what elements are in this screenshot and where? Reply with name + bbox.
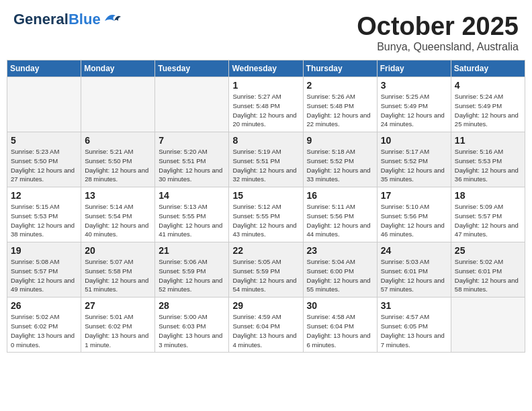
day-info: Sunrise: 5:12 AM Sunset: 5:55 PM Dayligh… [232,202,300,239]
weekday-header-tuesday: Tuesday [155,60,229,77]
day-info: Sunrise: 5:05 AM Sunset: 5:59 PM Dayligh… [232,257,300,294]
day-number: 21 [159,245,226,256]
day-number: 26 [11,300,78,311]
day-info: Sunrise: 5:04 AM Sunset: 6:00 PM Dayligh… [307,257,374,294]
calendar-cell: 31Sunrise: 4:57 AM Sunset: 6:05 PM Dayli… [377,298,451,353]
calendar-week-row: 5Sunrise: 5:23 AM Sunset: 5:50 PM Daylig… [7,132,525,187]
calendar-cell: 20Sunrise: 5:07 AM Sunset: 5:58 PM Dayli… [81,242,155,298]
day-number: 20 [85,245,152,256]
day-number: 15 [232,190,300,201]
calendar-cell: 17Sunrise: 5:10 AM Sunset: 5:56 PM Dayli… [377,187,451,242]
day-number: 5 [11,135,78,146]
calendar-cell: 8Sunrise: 5:19 AM Sunset: 5:51 PM Daylig… [229,132,303,187]
day-info: Sunrise: 4:59 AM Sunset: 6:04 PM Dayligh… [232,312,300,349]
day-number: 14 [159,190,226,201]
day-info: Sunrise: 5:02 AM Sunset: 6:02 PM Dayligh… [11,312,78,349]
month-title: October 2025 [357,12,519,41]
day-number: 19 [11,245,78,256]
day-info: Sunrise: 5:14 AM Sunset: 5:54 PM Dayligh… [85,202,152,239]
calendar-week-row: 1Sunrise: 5:27 AM Sunset: 5:48 PM Daylig… [7,77,525,132]
day-info: Sunrise: 5:15 AM Sunset: 5:53 PM Dayligh… [11,202,78,239]
day-info: Sunrise: 5:20 AM Sunset: 5:51 PM Dayligh… [159,147,226,184]
day-number: 22 [232,245,300,256]
day-info: Sunrise: 5:02 AM Sunset: 6:01 PM Dayligh… [455,257,522,294]
calendar-cell: 28Sunrise: 5:00 AM Sunset: 6:03 PM Dayli… [155,298,229,353]
day-number: 12 [11,190,78,201]
calendar-cell: 7Sunrise: 5:20 AM Sunset: 5:51 PM Daylig… [155,132,229,187]
calendar-cell: 23Sunrise: 5:04 AM Sunset: 6:00 PM Dayli… [303,242,377,298]
day-info: Sunrise: 5:06 AM Sunset: 5:59 PM Dayligh… [159,257,226,294]
calendar-cell [81,77,155,132]
day-number: 24 [381,245,448,256]
day-info: Sunrise: 5:07 AM Sunset: 5:58 PM Dayligh… [85,257,152,294]
weekday-header-saturday: Saturday [451,60,525,77]
day-number: 7 [159,135,226,146]
day-info: Sunrise: 5:25 AM Sunset: 5:49 PM Dayligh… [381,92,448,129]
calendar-cell: 12Sunrise: 5:15 AM Sunset: 5:53 PM Dayli… [7,187,81,242]
day-info: Sunrise: 5:21 AM Sunset: 5:50 PM Dayligh… [85,147,152,184]
day-number: 9 [307,135,374,146]
day-info: Sunrise: 4:58 AM Sunset: 6:04 PM Dayligh… [307,312,374,349]
day-number: 6 [85,135,152,146]
day-info: Sunrise: 5:09 AM Sunset: 5:57 PM Dayligh… [455,202,522,239]
day-number: 1 [232,80,300,91]
day-info: Sunrise: 5:10 AM Sunset: 5:56 PM Dayligh… [381,202,448,239]
calendar-cell: 15Sunrise: 5:12 AM Sunset: 5:55 PM Dayli… [229,187,303,242]
day-info: Sunrise: 5:16 AM Sunset: 5:53 PM Dayligh… [455,147,522,184]
calendar-cell: 1Sunrise: 5:27 AM Sunset: 5:48 PM Daylig… [229,77,303,132]
day-number: 30 [307,300,374,311]
day-number: 16 [307,190,374,201]
calendar-cell: 4Sunrise: 5:24 AM Sunset: 5:49 PM Daylig… [451,77,525,132]
day-number: 31 [381,300,448,311]
calendar-cell: 24Sunrise: 5:03 AM Sunset: 6:01 PM Dayli… [377,242,451,298]
calendar-week-row: 12Sunrise: 5:15 AM Sunset: 5:53 PM Dayli… [7,187,525,242]
calendar-week-row: 26Sunrise: 5:02 AM Sunset: 6:02 PM Dayli… [7,298,525,353]
location-title: Bunya, Queensland, Australia [357,41,519,53]
weekday-header-wednesday: Wednesday [229,60,303,77]
calendar-table: SundayMondayTuesdayWednesdayThursdayFrid… [7,60,525,353]
calendar-cell: 14Sunrise: 5:13 AM Sunset: 5:55 PM Dayli… [155,187,229,242]
day-number: 29 [232,300,300,311]
weekday-header-friday: Friday [377,60,451,77]
logo-text: GeneralBlue [13,12,101,27]
title-area: October 2025 Bunya, Queensland, Australi… [357,12,519,53]
day-number: 4 [455,80,522,91]
calendar-cell: 30Sunrise: 4:58 AM Sunset: 6:04 PM Dayli… [303,298,377,353]
day-info: Sunrise: 4:57 AM Sunset: 6:05 PM Dayligh… [381,312,448,349]
weekday-header-sunday: Sunday [7,60,81,77]
calendar-cell: 5Sunrise: 5:23 AM Sunset: 5:50 PM Daylig… [7,132,81,187]
calendar-cell [155,77,229,132]
day-info: Sunrise: 5:01 AM Sunset: 6:02 PM Dayligh… [85,312,152,349]
calendar-cell: 11Sunrise: 5:16 AM Sunset: 5:53 PM Dayli… [451,132,525,187]
logo-bird-icon [102,11,121,25]
day-number: 25 [455,245,522,256]
calendar-cell: 29Sunrise: 4:59 AM Sunset: 6:04 PM Dayli… [229,298,303,353]
day-number: 2 [307,80,374,91]
logo: GeneralBlue [13,12,121,27]
day-info: Sunrise: 5:26 AM Sunset: 5:48 PM Dayligh… [307,92,374,129]
header: GeneralBlue October 2025 Bunya, Queensla… [7,7,525,57]
weekday-header-row: SundayMondayTuesdayWednesdayThursdayFrid… [7,60,525,77]
day-info: Sunrise: 5:19 AM Sunset: 5:51 PM Dayligh… [232,147,300,184]
day-number: 17 [381,190,448,201]
day-number: 3 [381,80,448,91]
calendar-cell: 10Sunrise: 5:17 AM Sunset: 5:52 PM Dayli… [377,132,451,187]
calendar-cell: 13Sunrise: 5:14 AM Sunset: 5:54 PM Dayli… [81,187,155,242]
calendar-cell: 18Sunrise: 5:09 AM Sunset: 5:57 PM Dayli… [451,187,525,242]
day-info: Sunrise: 5:23 AM Sunset: 5:50 PM Dayligh… [11,147,78,184]
day-number: 18 [455,190,522,201]
day-info: Sunrise: 5:24 AM Sunset: 5:49 PM Dayligh… [455,92,522,129]
calendar-cell: 16Sunrise: 5:11 AM Sunset: 5:56 PM Dayli… [303,187,377,242]
day-number: 23 [307,245,374,256]
day-info: Sunrise: 5:11 AM Sunset: 5:56 PM Dayligh… [307,202,374,239]
calendar-cell: 6Sunrise: 5:21 AM Sunset: 5:50 PM Daylig… [81,132,155,187]
calendar-cell: 21Sunrise: 5:06 AM Sunset: 5:59 PM Dayli… [155,242,229,298]
calendar-cell [451,298,525,353]
day-number: 11 [455,135,522,146]
day-number: 28 [159,300,226,311]
calendar-cell: 27Sunrise: 5:01 AM Sunset: 6:02 PM Dayli… [81,298,155,353]
calendar-cell: 25Sunrise: 5:02 AM Sunset: 6:01 PM Dayli… [451,242,525,298]
calendar-cell: 26Sunrise: 5:02 AM Sunset: 6:02 PM Dayli… [7,298,81,353]
day-info: Sunrise: 5:03 AM Sunset: 6:01 PM Dayligh… [381,257,448,294]
day-number: 10 [381,135,448,146]
